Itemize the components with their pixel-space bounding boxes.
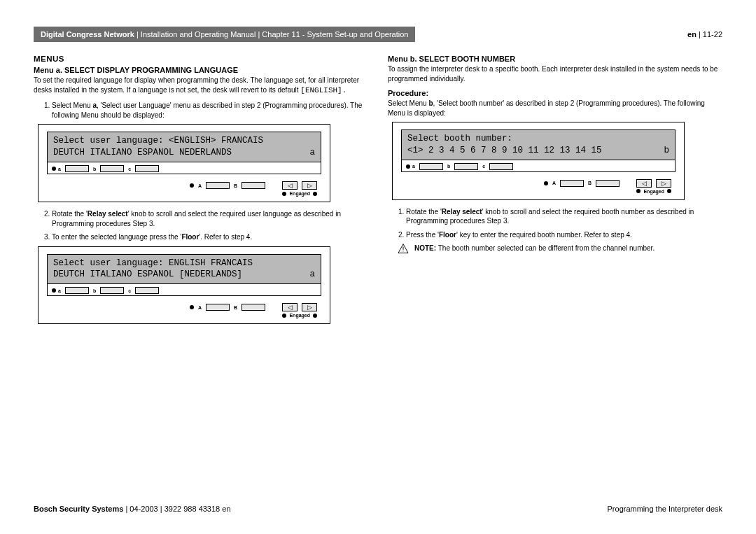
doc-title: Installation and Operating Manual (141, 30, 256, 38)
indicator-dot (636, 189, 640, 193)
softkey-A[interactable] (206, 304, 230, 311)
menu-b-steps: Rotate the 'Relay select' knob to scroll… (406, 207, 722, 240)
softkey-row-top: a b c (48, 162, 321, 174)
menu-b-desc: To assign the interpreter desk to a spec… (388, 64, 722, 83)
page-number: en | 11-22 (687, 30, 722, 38)
softkey-B[interactable] (241, 182, 265, 189)
step-item: Press the 'Floor' key to enter the requi… (406, 230, 722, 240)
lcd-line: <1> 2 3 4 5 6 7 8 9 10 11 12 13 14 15 b (407, 145, 669, 157)
lcd-line: DEUTCH ITALIANO ESPANOL [NEDERLANDS] a (53, 269, 315, 281)
step-item: Rotate the 'Relay select' knob to scroll… (406, 207, 722, 226)
lcd-frame: Select booth number: <1> 2 3 4 5 6 7 8 9… (401, 129, 676, 172)
softkey-b[interactable] (100, 287, 124, 294)
indicator-dot (282, 314, 286, 318)
menu-a-desc: To set the required language for display… (34, 76, 368, 95)
step-item: Select Menu a, 'Select user Language' me… (52, 101, 368, 120)
indicator-dot (52, 167, 56, 171)
step-item: Rotate the 'Relay select' knob to scroll… (52, 209, 368, 228)
menu-a-title: Menu a. SELECT DISPLAY PROGRAMMING LANGU… (34, 66, 368, 74)
lcd-line: DEUTCH ITALIANO ESPANOL NEDERLANDS a (53, 147, 315, 159)
softkey-a[interactable] (419, 163, 443, 170)
lcd-line: Select user language: ENGLISH FRANCAIS (53, 258, 315, 269)
header-breadcrumb: Digital Congress Network | Installation … (34, 27, 415, 42)
menu-a-steps: Select Menu a, 'Select user Language' me… (52, 101, 368, 120)
softkey-row-bottom: A B ◁ ▷ (401, 176, 676, 189)
footer-right: Programming the Interpreter desk (608, 505, 722, 513)
right-column: Menu b. SELECT BOOTH NUMBER To assign th… (388, 55, 722, 331)
lcd-frame: Select user language: ENGLISH FRANCAIS D… (47, 254, 321, 297)
indicator-dot (282, 192, 286, 196)
lcd-line: Select user language: <ENGLISH> FRANCAIS (53, 135, 315, 147)
menu-b-title: Menu b. SELECT BOOTH NUMBER (388, 55, 722, 63)
indicator-dot (313, 314, 317, 318)
softkey-A[interactable] (560, 180, 584, 187)
engaged-indicator: Engaged (47, 191, 321, 197)
footer-left: Bosch Security Systems | 04-2003 | 3922 … (34, 505, 231, 513)
softkey-row-top: a b c (402, 160, 675, 171)
nav-left-button[interactable]: ◁ (636, 179, 652, 188)
procedure-desc: Select Menu b, 'Select booth number' as … (388, 99, 722, 118)
device-panel-2: Select user language: ENGLISH FRANCAIS D… (38, 246, 330, 325)
nav-left-button[interactable]: ◁ (282, 181, 298, 190)
menus-heading: MENUS (34, 55, 368, 63)
indicator-dot (313, 192, 317, 196)
note-row: NOTE: The booth number selected can be d… (398, 244, 722, 253)
softkey-row-bottom: A B ◁ ▷ (47, 178, 321, 191)
indicator-dot (190, 305, 194, 309)
softkey-A[interactable] (206, 182, 230, 189)
device-panel-3: Select booth number: <1> 2 3 4 5 6 7 8 9… (392, 122, 685, 200)
svg-point-1 (402, 251, 403, 251)
header-bar: Digital Congress Network | Installation … (34, 27, 722, 42)
engaged-indicator: Engaged (401, 189, 676, 195)
indicator-dot (544, 181, 548, 185)
indicator-dot (52, 288, 56, 293)
engaged-indicator: Engaged (47, 313, 321, 319)
nav-left-button[interactable]: ◁ (282, 303, 298, 311)
product-name: Digital Congress Network (41, 30, 134, 38)
content-columns: MENUS Menu a. SELECT DISPLAY PROGRAMMING… (34, 55, 722, 331)
softkey-c[interactable] (135, 287, 159, 294)
device-panel-1: Select user language: <ENGLISH> FRANCAIS… (38, 124, 330, 202)
softkey-B[interactable] (596, 180, 620, 187)
lcd-line: Select booth number: (407, 133, 669, 145)
softkey-row-top: a b c (48, 284, 321, 295)
softkey-c[interactable] (135, 165, 159, 172)
softkey-a[interactable] (65, 287, 89, 294)
menu-a-steps-cont: Rotate the 'Relay select' knob to scroll… (52, 209, 368, 242)
nav-right-button[interactable]: ▷ (302, 181, 317, 190)
lcd-screen: Select booth number: <1> 2 3 4 5 6 7 8 9… (402, 130, 675, 160)
softkey-b[interactable] (100, 165, 124, 172)
softkey-row-bottom: A B ◁ ▷ (47, 300, 321, 313)
lcd-screen: Select user language: ENGLISH FRANCAIS D… (48, 255, 321, 285)
softkey-B[interactable] (241, 304, 265, 311)
indicator-dot (667, 189, 671, 193)
indicator-dot (406, 164, 410, 169)
lcd-frame: Select user language: <ENGLISH> FRANCAIS… (47, 132, 321, 174)
page: Digital Congress Network | Installation … (0, 0, 756, 331)
lcd-screen: Select user language: <ENGLISH> FRANCAIS… (48, 132, 321, 162)
nav-right-button[interactable]: ▷ (302, 303, 317, 311)
left-column: MENUS Menu a. SELECT DISPLAY PROGRAMMING… (34, 55, 368, 331)
nav-right-button[interactable]: ▷ (656, 179, 671, 188)
softkey-c[interactable] (489, 163, 513, 170)
chapter-title: Chapter 11 - System Set-up and Operation (262, 30, 408, 38)
softkey-b[interactable] (454, 163, 478, 170)
footer: Bosch Security Systems | 04-2003 | 3922 … (34, 505, 722, 513)
warning-icon (398, 244, 409, 253)
step-item: To enter the selected language press the… (52, 232, 368, 242)
procedure-heading: Procedure: (388, 89, 722, 97)
softkey-a[interactable] (65, 165, 89, 172)
indicator-dot (190, 183, 194, 188)
